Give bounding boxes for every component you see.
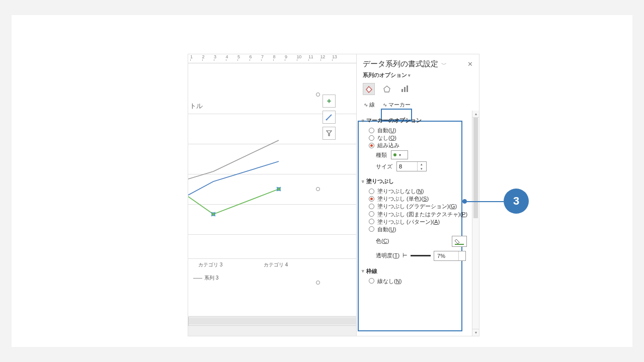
svg-rect-5 bbox=[277, 188, 280, 191]
selection-handle[interactable] bbox=[316, 93, 320, 97]
slider-min-icon: ⊢ bbox=[403, 252, 408, 259]
transparency-value-box[interactable]: 7% bbox=[434, 251, 466, 261]
axis-category-label: カテゴリ 4 bbox=[264, 261, 288, 268]
effects-tab-icon[interactable] bbox=[381, 83, 393, 95]
svg-marker-8 bbox=[327, 131, 332, 136]
scrollbar-thumb[interactable] bbox=[473, 118, 478, 218]
dropdown-caret-icon[interactable]: ▾ bbox=[408, 73, 411, 78]
svg-rect-11 bbox=[404, 87, 406, 92]
format-data-series-pane: データ系列の書式設定 ﹀ ✕ 系列のオプション▾ ∿線 ∿マーカー bbox=[356, 54, 479, 336]
callout-badge-3: 3 bbox=[504, 189, 529, 214]
scroll-down-arrow[interactable]: ▾ bbox=[472, 329, 479, 336]
transparency-label: 透明度(T) bbox=[376, 252, 399, 259]
axis-category-label: カテゴリ 3 bbox=[198, 261, 222, 268]
spinner-up[interactable]: ▴ bbox=[418, 162, 425, 166]
border-none-radio[interactable]: 線なし(N) bbox=[369, 278, 469, 284]
marker-options-header[interactable]: ▿マーカーのオプション bbox=[362, 117, 469, 124]
marker-builtin-radio[interactable]: 組み込み bbox=[369, 142, 469, 148]
fill-none-radio[interactable]: 塗りつぶしなし(N) bbox=[369, 188, 469, 194]
scroll-up-arrow[interactable]: ▴ bbox=[472, 111, 479, 118]
marker-auto-radio[interactable]: 自動(U) bbox=[369, 127, 469, 133]
svg-rect-12 bbox=[407, 85, 408, 92]
chart-legend: 系列 3 bbox=[193, 275, 218, 282]
svg-rect-13 bbox=[455, 244, 464, 245]
marker-tab[interactable]: ∿マーカー bbox=[381, 99, 415, 111]
marker-type-dropdown[interactable]: ▾ bbox=[391, 150, 408, 159]
fill-solid-radio[interactable]: 塗りつぶし (単色)(S) bbox=[369, 196, 469, 202]
fill-header[interactable]: ▿塗りつぶし bbox=[362, 177, 469, 185]
spinner-down[interactable] bbox=[459, 256, 465, 260]
fill-color-button[interactable] bbox=[452, 236, 467, 247]
svg-line-6 bbox=[327, 115, 332, 120]
svg-rect-10 bbox=[401, 89, 403, 92]
svg-point-7 bbox=[326, 119, 328, 121]
chart-title-fragment: トル bbox=[190, 102, 203, 111]
spinner-down[interactable]: ▾ bbox=[418, 166, 425, 171]
slide-card: 12345678910111213 トル bbox=[12, 15, 632, 347]
document-canvas[interactable]: トル bbox=[188, 63, 356, 316]
marker-size-label: サイズ bbox=[376, 163, 392, 170]
pane-subtitle[interactable]: 系列のオプション▾ bbox=[357, 70, 479, 82]
selection-handle[interactable] bbox=[316, 281, 320, 285]
spinner-up[interactable] bbox=[459, 251, 465, 256]
fill-auto-radio[interactable]: 自動(U) bbox=[369, 226, 469, 232]
fill-picture-radio[interactable]: 塗りつぶし (図またはテクスチャ)(P) bbox=[369, 211, 469, 217]
marker-preview-icon bbox=[393, 153, 396, 156]
chart-element-add-button[interactable]: ＋ bbox=[323, 95, 336, 108]
pane-scroll-area: ▿マーカーのオプション 自動(U) なし(O) 組み込み 種類 ▾ サイズ ▴▾… bbox=[357, 111, 472, 336]
fill-color-label: 色(C) bbox=[376, 237, 389, 245]
series-options-tab-icon[interactable] bbox=[399, 83, 411, 95]
svg-marker-9 bbox=[384, 86, 390, 92]
marker-size-input[interactable] bbox=[397, 163, 417, 169]
close-icon[interactable]: ✕ bbox=[467, 60, 473, 68]
pane-vertical-scrollbar[interactable]: ▴ ▾ bbox=[472, 111, 479, 336]
fill-gradient-radio[interactable]: 塗りつぶし (グラデーション)(G) bbox=[369, 203, 469, 209]
marker-none-radio[interactable]: なし(O) bbox=[369, 135, 469, 141]
excel-window-fragment: 12345678910111213 トル bbox=[188, 54, 479, 336]
pane-title: データ系列の書式設定 ﹀ bbox=[363, 59, 447, 69]
chart-styles-button[interactable] bbox=[323, 111, 336, 124]
chart-filter-button[interactable] bbox=[323, 127, 336, 140]
callout-connector-dot bbox=[462, 199, 467, 204]
border-header[interactable]: ▿枠線 bbox=[362, 267, 469, 275]
chevron-down-icon[interactable]: ﹀ bbox=[441, 61, 447, 67]
fill-pattern-radio[interactable]: 塗りつぶし (パターン)(A) bbox=[369, 219, 469, 225]
marker-size-spinner[interactable]: ▴▾ bbox=[396, 161, 427, 171]
callout-connector bbox=[464, 201, 504, 202]
line-tab[interactable]: ∿線 bbox=[362, 99, 379, 111]
svg-rect-2 bbox=[212, 213, 215, 216]
fill-line-tab-icon[interactable] bbox=[363, 83, 375, 95]
chart-plot[interactable] bbox=[188, 111, 319, 262]
transparency-slider[interactable] bbox=[411, 255, 431, 256]
marker-type-label: 種類 bbox=[376, 151, 387, 159]
